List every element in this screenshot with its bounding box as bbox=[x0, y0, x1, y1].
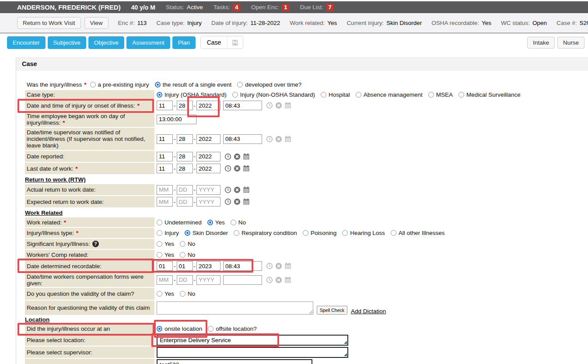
time-began-work-input[interactable] bbox=[157, 115, 196, 124]
wc-forms-year-input[interactable] bbox=[196, 275, 220, 285]
expected-rtw-year-input[interactable] bbox=[196, 197, 220, 206]
calendar-icon[interactable] bbox=[243, 198, 250, 205]
clock-icon[interactable] bbox=[224, 153, 231, 160]
radio-msea[interactable]: MSEA bbox=[428, 91, 453, 98]
radio-icon[interactable] bbox=[157, 326, 162, 332]
save-button[interactable] bbox=[227, 36, 243, 49]
calendar-icon[interactable] bbox=[243, 186, 250, 193]
radio-icon[interactable] bbox=[428, 92, 434, 98]
radio-icon[interactable] bbox=[185, 230, 190, 236]
clear-icon[interactable] bbox=[234, 153, 241, 160]
radio-validity-yes[interactable]: Yes bbox=[157, 290, 174, 297]
last-date-work-month-input[interactable] bbox=[157, 164, 173, 173]
radio-icon[interactable] bbox=[342, 230, 348, 236]
recordable-month-input[interactable] bbox=[157, 261, 173, 271]
location-input[interactable] bbox=[157, 335, 348, 346]
tab-subjective[interactable]: Subjective bbox=[48, 36, 86, 49]
supervisor-notified-time-input[interactable] bbox=[223, 134, 262, 144]
clear-icon[interactable] bbox=[275, 262, 282, 270]
injury-time-input[interactable] bbox=[223, 101, 262, 110]
clock-icon[interactable] bbox=[224, 165, 231, 172]
expected-rtw-month-input[interactable] bbox=[157, 197, 173, 206]
actual-rtw-day-input[interactable] bbox=[177, 185, 193, 195]
radio-injury-non-osha[interactable]: Injury (Non-OSHA Standard) bbox=[232, 91, 315, 98]
last-date-work-day-input[interactable] bbox=[177, 164, 193, 173]
supervisor-input[interactable] bbox=[157, 347, 348, 358]
clear-icon[interactable] bbox=[275, 102, 282, 109]
actual-rtw-month-input[interactable] bbox=[157, 185, 173, 195]
radio-icon[interactable] bbox=[391, 230, 396, 236]
recordable-day-input[interactable] bbox=[177, 261, 193, 271]
recordable-year-input[interactable] bbox=[196, 261, 220, 271]
intake-button[interactable]: Intake bbox=[527, 37, 555, 49]
calendar-icon[interactable] bbox=[284, 136, 291, 143]
clear-icon[interactable] bbox=[275, 276, 282, 284]
radio-icon[interactable] bbox=[207, 220, 213, 225]
radio-hearing-loss[interactable]: Hearing Loss bbox=[342, 230, 385, 236]
radio-icon[interactable] bbox=[157, 291, 162, 297]
partial-text-input[interactable] bbox=[157, 359, 312, 364]
radio-injury-osha[interactable]: Injury (OSHA Standard) bbox=[157, 91, 227, 98]
actual-rtw-year-input[interactable] bbox=[196, 185, 220, 195]
radio-icon[interactable] bbox=[155, 82, 161, 88]
radio-undetermined[interactable]: Undetermined bbox=[157, 219, 202, 226]
radio-hospital[interactable]: Hospital bbox=[321, 91, 350, 98]
view-button[interactable]: View bbox=[84, 17, 108, 29]
clock-icon[interactable] bbox=[266, 262, 273, 270]
tab-case[interactable]: Case bbox=[201, 36, 228, 49]
calendar-icon[interactable] bbox=[243, 165, 250, 172]
radio-icon[interactable] bbox=[208, 326, 214, 332]
radio-icon[interactable] bbox=[180, 241, 186, 247]
tab-assessment[interactable]: Assessment bbox=[126, 36, 170, 49]
radio-significant-yes[interactable]: Yes bbox=[157, 241, 174, 247]
radio-icon[interactable] bbox=[157, 92, 162, 98]
radio-work-related-no[interactable]: No bbox=[231, 219, 246, 226]
radio-icon[interactable] bbox=[234, 230, 239, 236]
radio-icon[interactable] bbox=[180, 252, 186, 258]
radio-icon[interactable] bbox=[321, 92, 326, 98]
radio-icon[interactable] bbox=[157, 230, 162, 236]
recordable-time-input[interactable] bbox=[223, 261, 262, 271]
calendar-icon[interactable] bbox=[284, 276, 291, 284]
radio-skin-disorder[interactable]: Skin Disorder bbox=[185, 230, 228, 236]
supervisor-notified-year-input[interactable] bbox=[196, 134, 220, 144]
radio-poisoning[interactable]: Poisoning bbox=[303, 230, 336, 236]
injury-date-month-input[interactable] bbox=[157, 101, 173, 110]
due-list-count-badge[interactable]: 7 bbox=[326, 4, 334, 11]
clear-icon[interactable] bbox=[234, 186, 241, 193]
radio-validity-no[interactable]: No bbox=[180, 290, 195, 297]
radio-medical-surveillance[interactable]: Medical Surveillance bbox=[458, 91, 521, 98]
radio-icon[interactable] bbox=[157, 220, 162, 225]
date-reported-year-input[interactable] bbox=[196, 152, 220, 161]
radio-icon[interactable] bbox=[237, 82, 243, 88]
help-icon[interactable]: ? bbox=[92, 241, 99, 247]
radio-onsite-location[interactable]: onsite location bbox=[157, 326, 202, 332]
clear-icon[interactable] bbox=[234, 198, 241, 205]
tab-objective[interactable]: Objective bbox=[88, 36, 124, 49]
clock-icon[interactable] bbox=[266, 276, 273, 284]
radio-icon[interactable] bbox=[157, 252, 162, 258]
wc-forms-day-input[interactable] bbox=[177, 275, 193, 285]
calendar-icon[interactable] bbox=[243, 153, 250, 160]
radio-single-event[interactable]: the result of a single event bbox=[155, 81, 232, 88]
calendar-icon[interactable] bbox=[284, 262, 291, 270]
clock-icon[interactable] bbox=[224, 198, 231, 205]
radio-icon[interactable] bbox=[180, 291, 186, 297]
tasks-count-badge[interactable]: 4 bbox=[233, 4, 241, 11]
radio-developed-over-time[interactable]: developed over time? bbox=[237, 81, 301, 88]
wc-forms-time-input[interactable] bbox=[223, 275, 262, 285]
clear-icon[interactable] bbox=[234, 165, 241, 172]
return-to-work-visit-button[interactable]: Return to Work Visit bbox=[17, 17, 81, 29]
injury-date-year-input[interactable] bbox=[196, 101, 220, 110]
nurse-button[interactable]: Nurse bbox=[557, 37, 584, 49]
tab-plan[interactable]: Plan bbox=[172, 36, 196, 49]
radio-respiratory-condition[interactable]: Respiratory condition bbox=[234, 230, 297, 236]
radio-significant-no[interactable]: No bbox=[180, 241, 195, 247]
radio-all-other-illnesses[interactable]: All other Illnesses bbox=[391, 230, 445, 236]
radio-offsite-location[interactable]: offsite location? bbox=[208, 326, 257, 332]
radio-pre-existing-injury[interactable]: a pre-existing injury bbox=[90, 81, 149, 88]
radio-icon[interactable] bbox=[157, 241, 162, 247]
wc-forms-month-input[interactable] bbox=[157, 275, 173, 285]
radio-icon[interactable] bbox=[356, 92, 361, 98]
radio-icon[interactable] bbox=[231, 220, 236, 225]
